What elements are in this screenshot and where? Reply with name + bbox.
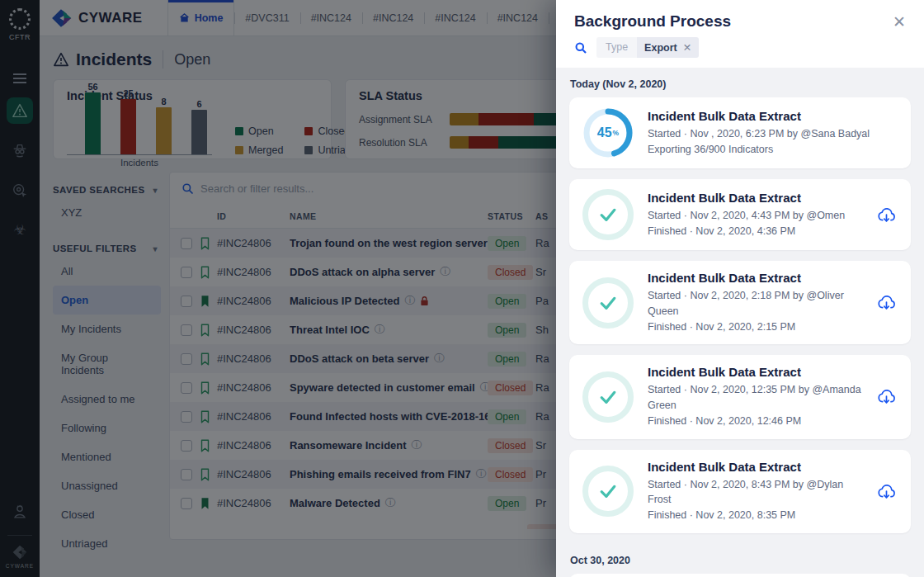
bookmark-outline-icon[interactable] [200,237,210,250]
nav-tab[interactable]: #INC124 [362,0,424,35]
rail-item-incidents[interactable] [7,97,33,124]
saved-search-item[interactable]: XYZ [53,198,161,227]
row-checkbox[interactable] [181,353,192,365]
row-checkbox[interactable] [181,324,192,336]
bookmark-outline-icon[interactable] [200,439,210,452]
nav-tab[interactable]: #INC124 [424,0,486,35]
incident-id[interactable]: #INC24806 [217,381,290,394]
filter-item[interactable]: Closed [53,500,161,529]
incident-name[interactable]: DDoS attack on beta server ⓘ [290,352,488,366]
download-icon[interactable] [877,294,896,311]
column-header[interactable]: NAME [290,211,488,221]
info-icon[interactable]: ⓘ [480,381,488,395]
rail-item-malware[interactable]: ☣ [7,216,33,243]
menu-icon[interactable] [12,73,28,84]
incident-name-text: Phishing emails received from FIN7 [290,468,471,480]
info-icon[interactable]: ⓘ [375,323,385,337]
bookmark-filled-icon[interactable] [200,295,210,308]
incident-name[interactable]: Ransomeware Incident ⓘ [290,438,488,452]
cftr-logo[interactable] [9,8,31,30]
row-checkbox[interactable] [181,411,192,423]
info-icon[interactable]: ⓘ [385,496,396,510]
filter-item[interactable]: My Group Incidents [53,343,161,385]
filter-value-chip[interactable]: Export ✕ [637,37,699,58]
process-card[interactable]: Incident Bulk Data Extract Started · Nov… [569,261,911,344]
filter-item[interactable]: Mentioned [53,442,161,471]
process-started-line: Started · Nov 2, 2020, 8:43 PM by @Dylan… [648,477,863,508]
info-icon[interactable]: ⓘ [404,294,415,308]
process-title: Incident Bulk Data Extract [648,365,863,379]
row-checkbox[interactable] [181,296,192,307]
incident-name[interactable]: DDoS attack on alpha server ⓘ [290,265,488,279]
incident-id[interactable]: #INC24806 [217,497,290,509]
bookmark-outline-icon[interactable] [200,381,210,395]
row-checkbox[interactable] [181,469,192,480]
filter-item[interactable]: Untriaged [53,529,161,558]
info-icon[interactable]: ⓘ [434,352,445,366]
useful-filters-header[interactable]: USEFUL FILTERS ▾ [53,244,169,253]
cyware-brand[interactable]: CYWARE [51,0,143,35]
info-icon[interactable]: ⓘ [476,467,487,481]
nav-tab[interactable]: #DVC311 [234,0,299,35]
saved-searches-header[interactable]: SAVED SEARCHES ▾ [53,185,169,195]
process-card[interactable]: 45% Incident Bulk Data Extract Started ·… [569,97,911,168]
bookmark-outline-icon[interactable] [200,352,210,366]
filter-item[interactable]: Assigned to me [53,385,161,414]
rail-item-campaigns[interactable] [7,177,33,203]
bookmark-outline-icon[interactable] [200,468,210,481]
incident-id[interactable]: #INC24806 [217,295,290,307]
table-search-input[interactable] [200,182,464,195]
bookmark-outline-icon[interactable] [200,266,210,279]
row-checkbox[interactable] [181,267,192,278]
bookmark-outline-icon[interactable] [200,324,210,337]
close-icon[interactable]: ✕ [893,14,906,30]
bookmark-outline-icon[interactable] [200,410,210,423]
incident-name[interactable]: Trojan found on the west region server ⓘ [290,236,488,250]
filter-item[interactable]: Open [53,286,161,315]
incident-id[interactable]: #INC24806 [217,439,290,452]
filter-item[interactable]: Following [53,414,161,442]
incident-name[interactable]: Phishing emails received from FIN7 ⓘ [290,467,488,481]
row-checkbox[interactable] [181,498,192,509]
info-icon[interactable]: ⓘ [440,265,450,279]
process-card[interactable]: Incident Bulk Data Extract Started · Nov… [569,179,911,250]
row-checkbox[interactable] [181,238,192,249]
incident-id[interactable]: #INC24806 [217,266,290,278]
incident-id[interactable]: #INC24806 [217,324,290,336]
row-checkbox[interactable] [181,382,192,394]
download-icon[interactable] [877,206,896,224]
download-icon[interactable] [877,388,896,405]
filter-item[interactable]: All [53,257,161,286]
incident-id[interactable]: #INC24806 [217,237,290,249]
incident-id[interactable]: #INC24806 [217,468,290,480]
info-icon[interactable]: ⓘ [412,438,422,452]
nav-tab[interactable]: #INC124 [487,0,549,35]
date-section-label: Today (Nov 2, 2020) [556,68,924,97]
user-settings-icon[interactable] [7,499,33,525]
progress-value: 45 [597,125,612,140]
process-card[interactable]: Incident Bulk Data Extract Started · Nov… [569,355,911,438]
panel-search-icon[interactable] [574,41,587,54]
nav-tab[interactable]: Home [167,0,235,35]
status-badge: Open [488,496,526,511]
incident-name[interactable]: Threat Intel IOC ⓘ [290,323,488,337]
filter-item[interactable]: Unassigned [53,471,161,500]
column-header[interactable]: ID [217,211,290,221]
incident-name[interactable]: Malicious IP Detected ⓘ [290,294,488,308]
incident-name[interactable]: Found Infected hosts with CVE-2018-16888… [290,409,488,423]
process-card[interactable]: Incident Bulk Data Extract Started · Nov… [569,450,911,533]
incident-name[interactable]: Spyware detected in customer email ⓘ [290,381,488,395]
nav-tab[interactable]: #INC124 [300,0,362,35]
status-badge: Open [488,294,526,309]
download-icon[interactable] [877,483,896,500]
bookmark-filled-icon[interactable] [200,497,210,510]
incident-id[interactable]: #INC24806 [217,352,290,365]
rail-item-threat-actors[interactable] [7,137,33,163]
column-header[interactable]: STATUS [488,211,535,221]
incident-id[interactable]: #INC24806 [217,410,290,423]
row-checkbox[interactable] [181,440,192,452]
filter-item[interactable]: My Incidents [53,315,161,343]
incident-name[interactable]: Malware Detected ⓘ [290,496,488,510]
remove-filter-icon[interactable]: ✕ [683,41,691,54]
process-card[interactable]: Incident Bulk Data Extract Started · Oct… [569,574,911,577]
